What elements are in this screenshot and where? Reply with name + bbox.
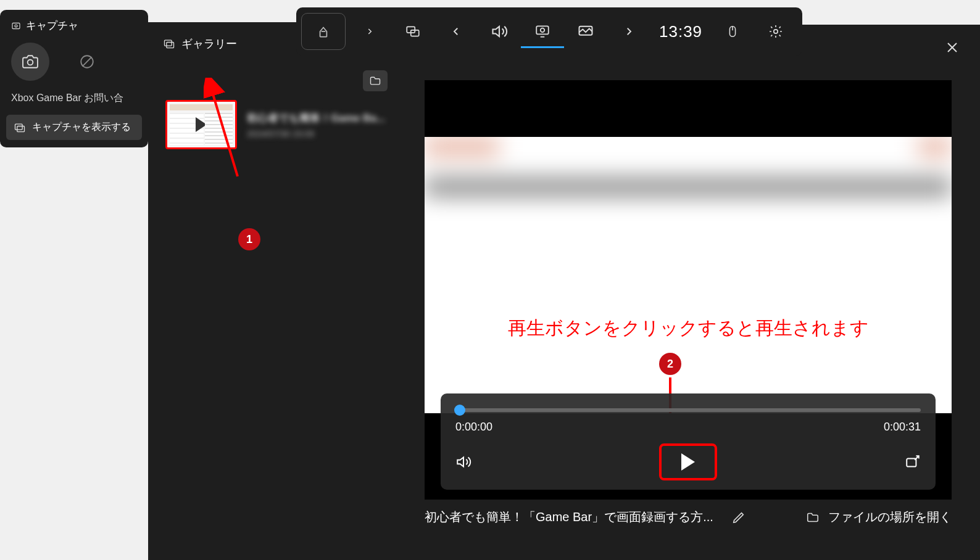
feedback-link[interactable]: Xbox Game Bar お問い合 <box>0 81 148 111</box>
performance-button[interactable] <box>564 15 607 48</box>
svg-rect-7 <box>165 40 172 46</box>
show-captures-label: キャプチャを表示する <box>32 121 131 134</box>
gallery-item-title: 初心者でも簡単！Game Ba... <box>247 111 385 125</box>
speaker-icon <box>491 23 508 40</box>
gallery-item-meta: 初心者でも簡単！Game Ba... 2024/07/30 23:09 <box>247 111 385 139</box>
xbox-icon <box>315 23 331 39</box>
widgets-button[interactable] <box>391 15 434 48</box>
record-disabled-button[interactable] <box>68 43 106 81</box>
toolbar-clock: 13:39 <box>650 22 711 41</box>
capture-widget-title: キャプチャ <box>26 19 78 33</box>
open-folder-button[interactable] <box>363 70 388 91</box>
toolbar-next-button[interactable] <box>348 15 391 48</box>
folder-icon <box>806 511 820 524</box>
svg-rect-8 <box>167 43 174 48</box>
annotation-marker-2: 2 <box>659 353 681 375</box>
chevron-left-icon <box>451 26 462 37</box>
capture-tab-icon <box>534 23 550 39</box>
svg-rect-15 <box>536 26 549 34</box>
toolbar-prev-nav[interactable] <box>434 15 478 48</box>
volume-icon <box>455 454 471 470</box>
capture-icon <box>11 21 21 31</box>
play-button[interactable] <box>659 443 717 480</box>
pencil-icon <box>732 511 745 524</box>
gallery-icon <box>14 121 26 134</box>
capture-widget: キャプチャ Xbox Game Bar お問い合 キャプチャを表示する <box>0 10 148 147</box>
close-main-button[interactable] <box>942 37 963 58</box>
popout-button[interactable] <box>905 454 921 470</box>
show-captures-button[interactable]: キャプチャを表示する <box>6 115 142 140</box>
toolbar-next-nav[interactable] <box>607 15 650 48</box>
gallery-panel: ギャラリー 初心 <box>148 22 407 560</box>
gear-icon <box>768 24 783 39</box>
mouse-icon <box>726 25 739 38</box>
annotation-play-hint: 再生ボタンをクリックすると再生されます <box>508 316 869 341</box>
svg-point-2 <box>28 60 33 65</box>
popout-icon <box>905 454 921 470</box>
gallery-title-icon <box>163 38 175 50</box>
svg-point-21 <box>774 30 778 33</box>
annotation-marker-1: 1 <box>238 228 260 250</box>
xbox-launcher-button[interactable] <box>301 13 346 50</box>
svg-marker-25 <box>457 457 463 466</box>
gallery-title: ギャラリー <box>181 36 237 51</box>
player-controls: 0:00:00 0:00:31 <box>441 393 936 490</box>
close-icon <box>945 40 960 55</box>
gallery-thumbnail[interactable] <box>165 100 237 149</box>
open-file-location-button[interactable]: ファイルの場所を開く <box>806 509 952 525</box>
svg-rect-0 <box>12 23 20 28</box>
duration: 0:00:31 <box>884 421 921 434</box>
gamebar-toolbar: 13:39 <box>296 7 802 56</box>
performance-icon <box>577 23 594 40</box>
clip-title: 初心者でも簡単！「Game Bar」で画面録画する方... <box>425 509 713 525</box>
play-triangle-icon <box>681 453 695 471</box>
chevron-right-icon <box>623 26 634 37</box>
capture-widget-title-row: キャプチャ <box>0 10 148 43</box>
play-icon <box>196 117 207 132</box>
preview-footer: 初心者でも簡単！「Game Bar」で画面録画する方... ファイルの場所を開く <box>425 509 952 525</box>
widgets-icon <box>405 23 421 39</box>
screenshot-button[interactable] <box>11 43 49 81</box>
capture-tab-button[interactable] <box>521 15 564 48</box>
progress-thumb[interactable] <box>454 405 465 416</box>
svg-rect-6 <box>17 126 25 131</box>
video-preview-frame: 再生ボタンをクリックすると再生されます 2 0:00:00 0:00:31 <box>425 80 952 500</box>
mouse-button[interactable] <box>711 15 754 48</box>
svg-marker-14 <box>493 27 500 36</box>
rename-button[interactable] <box>732 511 745 524</box>
svg-line-4 <box>82 57 91 66</box>
main-preview-area: 13:39 再生ボタンをクリックすると再生されます 2 <box>407 25 980 560</box>
gallery-item-date: 2024/07/30 23:09 <box>247 125 385 139</box>
progress-track[interactable] <box>455 408 921 412</box>
svg-point-17 <box>541 28 545 32</box>
volume-button[interactable] <box>455 454 471 470</box>
audio-button[interactable] <box>478 15 521 48</box>
settings-button[interactable] <box>754 15 797 48</box>
chevron-right-icon <box>365 27 374 36</box>
current-time: 0:00:00 <box>455 421 492 434</box>
gallery-item[interactable]: 初心者でも簡単！Game Ba... 2024/07/30 23:09 <box>148 100 407 149</box>
svg-rect-5 <box>15 124 23 130</box>
svg-point-1 <box>15 25 17 27</box>
folder-icon <box>369 75 381 87</box>
open-file-location-label: ファイルの場所を開く <box>828 509 952 525</box>
video-content: 再生ボタンをクリックすると再生されます 2 <box>425 137 952 413</box>
